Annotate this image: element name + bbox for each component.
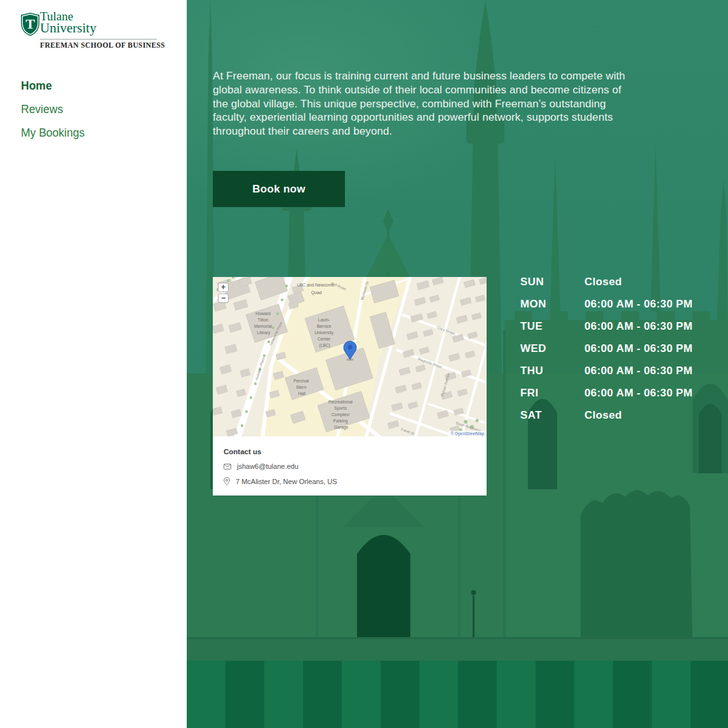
sidebar-item-reviews[interactable]: Reviews [21,104,84,115]
hours-day: SAT [520,409,584,422]
hours-day: WED [520,342,584,355]
hours-time: 06:00 AM - 06:30 PM [584,387,692,400]
page: T Tulane University FREEMAN SCHOOL OF BU… [0,0,728,728]
hours-time: Closed [584,409,622,422]
hours-time: 06:00 AM - 06:30 PM [584,342,692,355]
hours-row-wed: WED 06:00 AM - 06:30 PM [520,337,692,360]
contact-address-row: 7 McAlister Dr, New Orleans, US [224,477,476,485]
sidebar: T Tulane University FREEMAN SCHOOL OF BU… [0,0,187,728]
contact-email: jshaw6@tulane.edu [237,462,299,470]
brand-division: FREEMAN SCHOOL OF BUSINESS [40,41,167,49]
hours-row-fri: FRI 06:00 AM - 06:30 PM [520,382,692,404]
email-icon [224,464,231,469]
lawn-stripes [187,661,728,728]
sidebar-item-my-bookings[interactable]: My Bookings [21,127,84,138]
book-now-button[interactable]: Book now [213,171,345,207]
hours-time: 06:00 AM - 06:30 PM [584,320,692,333]
hours-row-sat: SAT Closed [520,404,692,426]
contact-title: Contact us [224,448,476,455]
hours-row-mon: MON 06:00 AM - 06:30 PM [520,293,692,315]
hours-day: THU [520,365,584,377]
map-zoom-out-button[interactable]: − [218,293,229,303]
map-attribution-link[interactable]: © OpenStreetMap [448,431,487,436]
hours-row-thu: THU 06:00 AM - 06:30 PM [520,360,692,382]
hero-section: At Freeman, our focus is training curren… [187,0,728,728]
map-canvas[interactable]: LBC and Newcomb Quad Howard Tilton Memor… [213,277,487,436]
brand-wordmark: Tulane University [40,11,97,34]
map-zoom-controls: + − [218,283,229,303]
contact-card: Contact us jshaw6@tulane.edu 7 McAlister… [213,436,487,495]
contact-email-row: jshaw6@tulane.edu [224,462,476,470]
hours-time: Closed [584,276,622,288]
sidebar-nav: Home Reviews My Bookings [21,80,84,138]
logo-divider [40,39,157,40]
hours-day: MON [520,298,584,311]
hours-day: SUN [520,276,584,288]
hours-time: 06:00 AM - 06:30 PM [584,298,692,311]
map-zoom-in-button[interactable]: + [218,283,229,292]
hours-time: 06:00 AM - 06:30 PM [584,365,692,377]
location-widget: LBC and Newcomb Quad Howard Tilton Memor… [213,277,487,495]
brand-name-line2: University [40,22,97,34]
tulane-shield-icon: T [21,13,39,36]
sidebar-item-home[interactable]: Home [21,80,84,91]
svg-text:T: T [25,16,35,32]
contact-address: 7 McAlister Dr, New Orleans, US [236,478,337,485]
hours-row-sun: SUN Closed [520,271,692,293]
about-text: At Freeman, our focus is training curren… [213,69,637,138]
business-hours: SUN Closed MON 06:00 AM - 06:30 PM TUE 0… [520,271,692,426]
location-pin-icon [224,477,230,485]
hours-day: FRI [520,387,584,400]
hours-day: TUE [520,320,584,333]
hours-row-tue: TUE 06:00 AM - 06:30 PM [520,315,692,337]
